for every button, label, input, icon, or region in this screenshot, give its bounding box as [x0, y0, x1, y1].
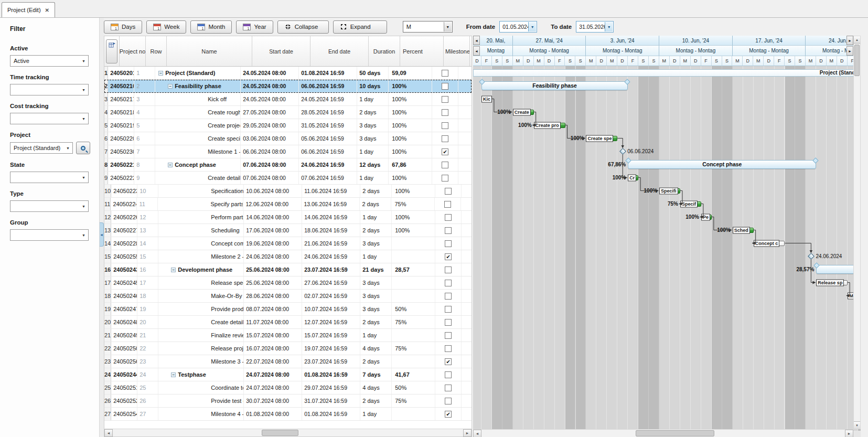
milestone-checkbox[interactable]: [442, 96, 448, 103]
gantt-task-bar[interactable]: Concept c: [754, 241, 785, 246]
table-row[interactable]: 112405022411Specify parts and compone12.…: [104, 198, 471, 211]
scroll-right-icon[interactable]: ►: [846, 46, 853, 56]
group-select[interactable]: ▼: [10, 229, 89, 241]
table-row[interactable]: 192405024719Provide production tools08.0…: [104, 303, 471, 316]
days-button[interactable]: Days: [104, 20, 142, 34]
scroll-right-icon[interactable]: ►: [463, 429, 471, 437]
milestone-checkbox[interactable]: [442, 175, 448, 182]
milestone-checkbox[interactable]: [445, 345, 452, 352]
milestone-checkbox[interactable]: [442, 122, 448, 129]
table-row[interactable]: 142405022814Concept comparison with pr19…: [104, 237, 471, 250]
table-row[interactable]: 102405022310Specifications handed over10…: [104, 185, 471, 198]
scroll-thumb[interactable]: [262, 430, 298, 436]
expand-button[interactable]: Expand: [333, 20, 387, 34]
milestone-checkbox[interactable]: [445, 306, 452, 313]
table-row[interactable]: 172405024517Release specifications25.06.…: [104, 276, 471, 290]
collapse-minus-icon[interactable]: −: [171, 372, 176, 377]
table-row[interactable]: 222405025022Release project for test pha…: [104, 342, 471, 355]
scroll-left-icon[interactable]: ◄: [473, 46, 480, 56]
gantt-task-bar[interactable]: Create pro: [534, 123, 565, 128]
header-project-no[interactable]: Project no: [120, 36, 146, 66]
milestone-checkbox-checked[interactable]: ✔: [442, 148, 448, 155]
gantt-task-bar[interactable]: Create: [513, 110, 534, 115]
milestone-checkbox[interactable]: [442, 83, 448, 90]
gantt-project-summary-bar[interactable]: Project (Standar: [473, 69, 861, 77]
collapse-minus-icon[interactable]: −: [158, 71, 163, 76]
from-date-input[interactable]: 01.05.2024 ▼: [499, 21, 537, 33]
gantt-task-bar[interactable]: Specif: [680, 201, 701, 207]
milestone-checkbox-checked[interactable]: ✔: [445, 358, 452, 365]
table-row[interactable]: 272405025427Milestone 4 - Test phase co0…: [104, 408, 471, 421]
tab-project-edit[interactable]: Project (Edit) ✕: [2, 2, 55, 17]
column-chooser-button[interactable]: [106, 39, 117, 63]
milestone-checkbox[interactable]: [445, 398, 452, 404]
header-start-date[interactable]: Start date: [252, 36, 310, 66]
table-row[interactable]: 3240502173Kick off24.05.2024 08:0024.05.…: [104, 93, 471, 106]
gantt-phase-summary-bar[interactable]: Feasibility phase: [481, 81, 628, 90]
active-select[interactable]: Active ▼: [10, 55, 89, 67]
gantt-task-bar[interactable]: Create spe: [586, 136, 617, 141]
table-row[interactable]: 122405022612Perform parts calculation14.…: [104, 211, 471, 224]
gantt-task-bar[interactable]: Sched: [733, 228, 754, 233]
scroll-left-icon[interactable]: ◄: [104, 429, 113, 437]
milestone-checkbox[interactable]: [445, 332, 452, 339]
milestone-checkbox[interactable]: [445, 188, 452, 195]
time-tracking-select[interactable]: ▼: [10, 84, 89, 95]
table-row[interactable]: 5240502195Create project plan29.05.2024 …: [104, 119, 471, 132]
table-row[interactable]: 182405024618Make-Or-By Define28.06.2024 …: [104, 290, 471, 303]
week-button[interactable]: Week: [146, 20, 186, 34]
milestone-checkbox[interactable]: [442, 135, 448, 142]
type-select[interactable]: ▼: [10, 200, 89, 212]
collapse-minus-icon[interactable]: −: [168, 84, 173, 89]
close-icon[interactable]: ✕: [45, 7, 49, 13]
milestone-checkbox-checked[interactable]: ✔: [445, 253, 452, 260]
table-row[interactable]: 132405022713Scheduling17.06.2024 08:0018…: [104, 224, 471, 237]
table-row[interactable]: 242405024424−Testphase24.07.2024 08:0001…: [104, 368, 471, 381]
cost-tracking-select[interactable]: ▼: [10, 113, 89, 124]
table-row[interactable]: 6240502206Create specifications03.06.202…: [104, 132, 471, 145]
header-duration[interactable]: Duration: [369, 36, 400, 66]
table-hscrollbar[interactable]: ◄ ►: [104, 429, 471, 436]
header-milestone[interactable]: Milestone: [444, 36, 470, 66]
scroll-right-icon[interactable]: ►: [845, 430, 853, 437]
header-name[interactable]: Name: [167, 36, 252, 66]
table-row[interactable]: 9240502229Create detailed concept07.06.2…: [104, 172, 471, 185]
header-row[interactable]: Row: [146, 36, 167, 66]
gantt-task-bar[interactable]: Cr: [628, 175, 638, 180]
milestone-checkbox[interactable]: [442, 162, 448, 168]
year-button[interactable]: Year: [236, 20, 273, 34]
table-row[interactable]: 4240502184Create rough concept varia27.0…: [104, 106, 471, 119]
gantt-task-bar[interactable]: Specifi: [659, 188, 680, 194]
milestone-checkbox[interactable]: [445, 319, 452, 326]
table-row[interactable]: 202405024820Create detailed test plannin…: [104, 316, 471, 329]
splitter-collapse-handle[interactable]: ◄: [100, 222, 104, 247]
scroll-left-icon[interactable]: ◄: [473, 36, 480, 45]
milestone-checkbox[interactable]: [445, 293, 452, 300]
scroll-right-icon[interactable]: ►: [846, 36, 853, 45]
table-row[interactable]: 8240502218−Concept phase07.06.2024 08:00…: [104, 158, 471, 172]
table-row[interactable]: 162405024316−Development phase25.06.2024…: [104, 263, 471, 276]
month-button[interactable]: Month: [190, 20, 232, 34]
table-row[interactable]: 7240502307Milestone 1 - Project feasibi0…: [104, 145, 471, 158]
milestone-checkbox[interactable]: [442, 70, 448, 77]
sidebar-splitter[interactable]: ◄: [100, 18, 104, 437]
gantt-task-bar[interactable]: Kic: [481, 97, 492, 102]
scroll-thumb[interactable]: [636, 430, 714, 436]
milestone-checkbox[interactable]: [442, 109, 448, 116]
table-row[interactable]: 1240502011−Project (Standard)24.05.2024 …: [104, 67, 471, 80]
scroll-thumb[interactable]: [854, 45, 860, 76]
gantt-task-bar[interactable]: Release sp: [816, 280, 848, 285]
milestone-checkbox[interactable]: [445, 385, 452, 391]
collapse-button[interactable]: Collapse: [277, 20, 329, 34]
milestone-checkbox-checked[interactable]: ✔: [445, 411, 452, 418]
project-search-button[interactable]: [76, 142, 90, 154]
state-select[interactable]: ▼: [10, 172, 89, 183]
collapse-minus-icon[interactable]: −: [168, 163, 173, 167]
table-row[interactable]: 212405024921Finalize review15.07.2024 08…: [104, 329, 471, 342]
header-percent[interactable]: Percent: [400, 36, 444, 66]
zoom-level-select[interactable]: M ▼: [403, 21, 453, 33]
gantt-phase-summary-bar[interactable]: Concept phase: [628, 160, 816, 169]
table-row[interactable]: 252405025125Coordinate test setup24.07.2…: [104, 381, 471, 395]
milestone-checkbox[interactable]: [445, 371, 452, 378]
scroll-down-icon[interactable]: ▼: [854, 421, 860, 429]
